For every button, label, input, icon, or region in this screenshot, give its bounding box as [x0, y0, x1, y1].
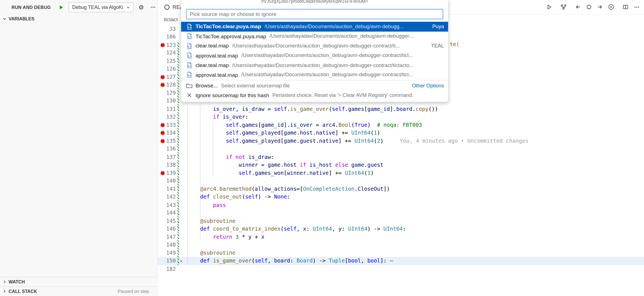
code-line[interactable]: 182: [158, 265, 644, 273]
git-added-gutter: [177, 57, 179, 65]
editor-tab-partial[interactable]: REA: [158, 0, 183, 14]
indent-guide: [187, 105, 188, 265]
file-code-icon: [186, 62, 193, 69]
more-actions-icon[interactable]: [633, 4, 640, 10]
item-label: TicTacToe.approval.puya.map: [195, 33, 266, 39]
code-text: def close_out(self) -> None:: [187, 193, 290, 201]
item-path: /Users/asthayadav/Documents/auction_debu…: [264, 24, 404, 30]
call-stack-section-header[interactable]: CALL STACK Paused on step: [0, 287, 157, 296]
variables-section-header[interactable]: VARIABLES: [0, 14, 157, 23]
line-number: 135: [158, 137, 176, 145]
item-path: /Users/asthayadav/Documents/auction_debu…: [269, 33, 415, 39]
code-line[interactable]: 131 is_over, is_draw = self.is_game_over…: [158, 105, 644, 113]
fold-chevron-icon[interactable]: ›: [180, 257, 182, 265]
quickpick-item-sourcemap[interactable]: TicTacToe.clear.puya.map /Users/asthayad…: [181, 22, 448, 32]
file-code-icon: [186, 42, 193, 49]
sourcemap-hash-text: /fVJ5zgXjJdxi7pmobtOepkHduMyetXqW15FiFtk…: [181, 0, 448, 4]
fork-icon[interactable]: [560, 4, 567, 10]
code-text: pass: [187, 201, 226, 209]
record-icon[interactable]: [586, 4, 592, 10]
code-text: self.games[game_id].is_over = arc4.Bool(…: [187, 121, 422, 129]
code-text: def is_game_over(self, board: Board) -> …: [187, 257, 393, 265]
quickpick-item-sourcemap[interactable]: approval.teal.map /Users/asthayadav/Docu…: [181, 70, 448, 80]
run-circle-icon[interactable]: [608, 4, 615, 10]
debug-launch-toolbar: Debug TEAL via AlgoKi ⚙: [56, 2, 157, 12]
code-line[interactable]: 143 pass: [158, 201, 644, 209]
line-number: 130: [158, 97, 176, 105]
item-label: Ignore sourcemap for this hash: [195, 92, 269, 98]
code-line[interactable]: 133 self.games[game_id].is_over = arc4.B…: [158, 121, 644, 129]
call-stack-label: CALL STACK: [9, 289, 37, 294]
paused-status-text: Paused on step: [118, 289, 157, 294]
code-line[interactable]: 141 @arc4.baremethod(allow_actions=[OnCo…: [158, 185, 644, 193]
code-line[interactable]: 139 self.games_won[winner.native] += UIn…: [158, 169, 644, 177]
chevron-right-icon: [2, 280, 7, 285]
code-line[interactable]: 142 def close_out(self) -> None:: [158, 193, 644, 201]
line-number: 134: [158, 129, 176, 137]
item-label: approval.teal.map: [195, 52, 238, 59]
code-line[interactable]: 134 self.games_played[game.host.native] …: [158, 129, 644, 137]
code-line[interactable]: 136: [158, 145, 644, 153]
code-line[interactable]: 144: [158, 209, 644, 217]
split-editor-icon[interactable]: [622, 4, 629, 10]
quickpick-item-sourcemap[interactable]: approval.teal.map /Users/asthayadav/Docu…: [181, 51, 448, 60]
indent-guide: [213, 121, 213, 177]
git-added-gutter: [177, 249, 179, 257]
step-back-icon[interactable]: [575, 4, 581, 10]
launch-config-select[interactable]: Debug TEAL via AlgoKi: [68, 2, 133, 12]
start-debugging-button[interactable]: [56, 3, 65, 11]
quickpick-input[interactable]: [186, 9, 443, 19]
git-added-gutter: [177, 129, 179, 137]
code-line[interactable]: 132 if is_over:: [158, 113, 644, 121]
git-added-gutter: [177, 41, 179, 49]
code-line[interactable]: 138 winner = game.host if is_host else g…: [158, 161, 644, 169]
watch-section-header[interactable]: WATCH: [0, 277, 157, 287]
git-added-gutter: [177, 105, 179, 113]
item-label: approval.teal.map: [195, 72, 238, 78]
item-label: clear.teal.map: [195, 62, 229, 68]
item-description: Persistent choice. Reset via '> Clear AV…: [273, 92, 413, 98]
variables-label: VARIABLES: [9, 16, 34, 22]
continue-icon[interactable]: [546, 4, 553, 10]
quickpick-item-sourcemap[interactable]: clear.teal.map /Users/asthayadav/Documen…: [181, 60, 448, 70]
line-number: 138: [158, 161, 176, 169]
quickpick-widget: /fVJ5zgXjJdxi7pmobtOepkHduMyetXqW15FiFtk…: [181, 0, 449, 102]
code-line[interactable]: 137 if not is_draw:: [158, 153, 644, 161]
chevron-down-icon: [2, 16, 7, 22]
quickpick-item-sourcemap[interactable]: TicTacToe.approval.puya.map /Users/astha…: [181, 31, 448, 41]
settings-gear-icon[interactable]: ⚙: [137, 3, 145, 11]
quickpick-item-sourcemap[interactable]: clear.teal.map /Users/asthayadav/Documen…: [181, 41, 448, 51]
code-line[interactable]: 140: [158, 177, 644, 185]
file-code-icon: [186, 71, 193, 78]
quickpick-item-ignore[interactable]: Ignore sourcemap for this hash Persisten…: [181, 90, 448, 100]
step-forward-icon[interactable]: [597, 4, 603, 10]
line-number: 127: [158, 73, 176, 81]
line-number: 148: [158, 241, 176, 249]
git-added-gutter: [177, 193, 179, 201]
more-actions-icon[interactable]: [149, 3, 157, 11]
item-label: TicTacToe.clear.puya.map: [195, 23, 261, 30]
code-line[interactable]: 147 return 3 * y + x: [158, 233, 644, 241]
code-line[interactable]: 145 @subroutine: [158, 217, 644, 225]
code-text: if is_over:: [187, 113, 248, 121]
item-description: Select external sourcemap file: [221, 83, 290, 89]
git-added-gutter: [177, 177, 179, 185]
code-text: @subroutine: [187, 249, 236, 257]
folder-open-icon: [186, 82, 193, 89]
vscode-window: RUN AND DEBUG Debug TEAL via AlgoKi ⚙: [0, 0, 644, 296]
code-line[interactable]: 148: [158, 241, 644, 249]
code-line[interactable]: 146 def coord_to_matrix_index(self, x: U…: [158, 225, 644, 233]
line-number: 145: [158, 217, 176, 225]
git-added-gutter: [177, 89, 179, 97]
code-line[interactable]: 135 self.games_played[game.guest.native]…: [158, 137, 644, 145]
other-options-link[interactable]: Other Options: [407, 83, 444, 89]
code-line[interactable]: 150› def is_game_over(self, board: Board…: [158, 257, 644, 265]
quickpick-item-browse[interactable]: Browse... Select external sourcemap file…: [181, 81, 448, 90]
line-number: 144: [158, 209, 176, 217]
git-added-gutter: [177, 185, 179, 193]
git-added-gutter: [177, 137, 179, 145]
chevron-down-icon: [126, 5, 131, 10]
code-line[interactable]: 149 @subroutine: [158, 249, 644, 257]
line-number: 125: [158, 57, 176, 65]
item-path: /Users/asthayadav/Documents/auction_debu…: [241, 72, 413, 78]
